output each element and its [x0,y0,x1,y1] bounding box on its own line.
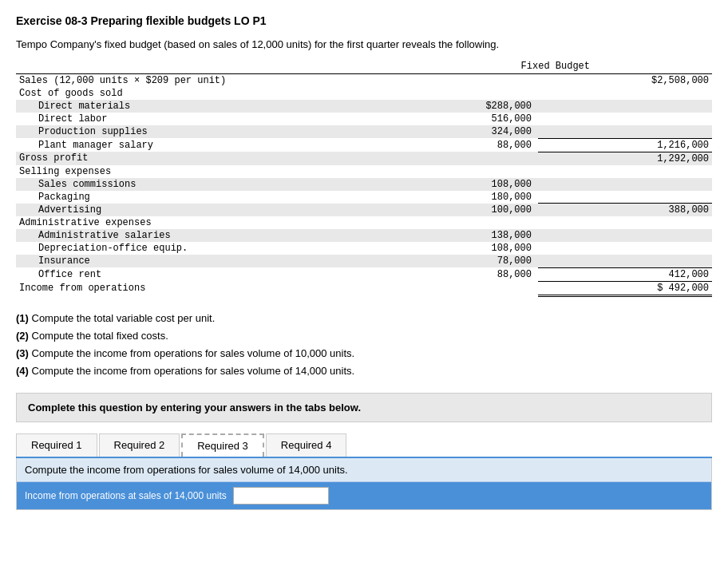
page-title: Exercise 08-3 Preparing flexible budgets… [16,14,712,27]
row-label: Packaging [16,191,399,204]
row-sub-amount: 100,000 [399,204,538,217]
table-row: Office rent88,000412,000 [16,267,712,281]
row-main-amount: 388,000 [538,204,712,217]
row-sub-amount [399,152,538,165]
task-item: (2) Compute the total fixed costs. [16,327,712,345]
row-label: Income from operations [16,281,399,295]
row-label: Administrative expenses [16,216,399,229]
row-sub-amount: 138,000 [399,229,538,242]
tab-required-4[interactable]: Required 4 [266,433,347,457]
row-main-amount [538,229,712,242]
task-item: (4) Compute the income from operations f… [16,362,712,380]
row-sub-amount: 108,000 [399,242,538,255]
table-row: Gross profit1,292,000 [16,152,712,165]
row-label: Gross profit [16,152,399,165]
row-label: Office rent [16,267,399,281]
income-operations-input[interactable] [233,487,329,505]
row-main-amount [538,100,712,113]
row-sub-amount [399,281,538,295]
table-row: Advertising100,000388,000 [16,204,712,217]
complete-box: Complete this question by entering your … [16,393,712,422]
table-row: Cost of goods sold [16,87,712,100]
row-sub-amount: 78,000 [399,255,538,267]
budget-table: Fixed Budget Sales (12,000 units × $209 … [16,60,712,297]
table-row: Sales commissions108,000 [16,178,712,191]
row-sub-amount: 88,000 [399,138,538,152]
row-sub-amount: 108,000 [399,178,538,191]
row-label: Direct materials [16,100,399,113]
row-main-amount: 1,216,000 [538,138,712,152]
tab-required-1[interactable]: Required 1 [16,433,97,457]
tab-required-3[interactable]: Required 3 [181,433,264,457]
row-label: Administrative salaries [16,229,399,242]
tabs-container: Required 1Required 2Required 3Required 4 [16,433,712,458]
row-sub-amount: $288,000 [399,100,538,113]
row-main-amount [538,216,712,229]
row-main-amount: $2,508,000 [538,74,712,88]
table-row: Administrative expenses [16,216,712,229]
row-label: Selling expenses [16,165,399,178]
row-label: Production supplies [16,125,399,138]
row-label: Sales (12,000 units × $209 per unit) [16,74,399,88]
row-main-amount [538,113,712,125]
task-item: (3) Compute the income from operations f… [16,345,712,362]
tab-content: Compute the income from operations for s… [16,458,712,510]
row-sub-amount [399,74,538,88]
row-sub-amount: 324,000 [399,125,538,138]
table-row: Insurance78,000 [16,255,712,267]
row-label: Plant manager salary [16,138,399,152]
row-main-amount [538,178,712,191]
tab-required-2[interactable]: Required 2 [99,433,180,457]
table-row: Depreciation-office equip.108,000 [16,242,712,255]
row-main-amount [538,87,712,100]
table-row: Direct labor516,000 [16,113,712,125]
row-sub-amount [399,165,538,178]
tab-description: Compute the income from operations for s… [17,458,711,482]
table-row: Sales (12,000 units × $209 per unit)$2,5… [16,74,712,88]
row-main-amount: 412,000 [538,267,712,281]
table-row: Administrative salaries138,000 [16,229,712,242]
description: Tempo Company's fixed budget (based on s… [16,38,712,50]
table-row: Packaging180,000 [16,191,712,204]
row-main-amount: $ 492,000 [538,281,712,295]
row-main-amount [538,191,712,204]
row-sub-amount: 88,000 [399,267,538,281]
table-row: Plant manager salary88,0001,216,000 [16,138,712,152]
table-row: Direct materials$288,000 [16,100,712,113]
row-label: Insurance [16,255,399,267]
row-sub-amount: 516,000 [399,113,538,125]
row-label: Cost of goods sold [16,87,399,100]
tab-input-label: Income from operations at sales of 14,00… [25,490,227,501]
tab-input-row: Income from operations at sales of 14,00… [17,482,711,509]
row-main-amount [538,255,712,267]
row-sub-amount [399,216,538,229]
task-list: (1) Compute the total variable cost per … [16,310,712,380]
row-label: Sales commissions [16,178,399,191]
row-main-amount [538,165,712,178]
row-main-amount [538,242,712,255]
row-main-amount [538,125,712,138]
row-label: Advertising [16,204,399,217]
row-label: Depreciation-office equip. [16,242,399,255]
table-header: Fixed Budget [399,60,712,74]
row-sub-amount [399,87,538,100]
row-label: Direct labor [16,113,399,125]
row-sub-amount: 180,000 [399,191,538,204]
row-main-amount: 1,292,000 [538,152,712,165]
table-row: Selling expenses [16,165,712,178]
table-row: Income from operations$ 492,000 [16,281,712,295]
task-item: (1) Compute the total variable cost per … [16,310,712,327]
table-row: Production supplies324,000 [16,125,712,138]
